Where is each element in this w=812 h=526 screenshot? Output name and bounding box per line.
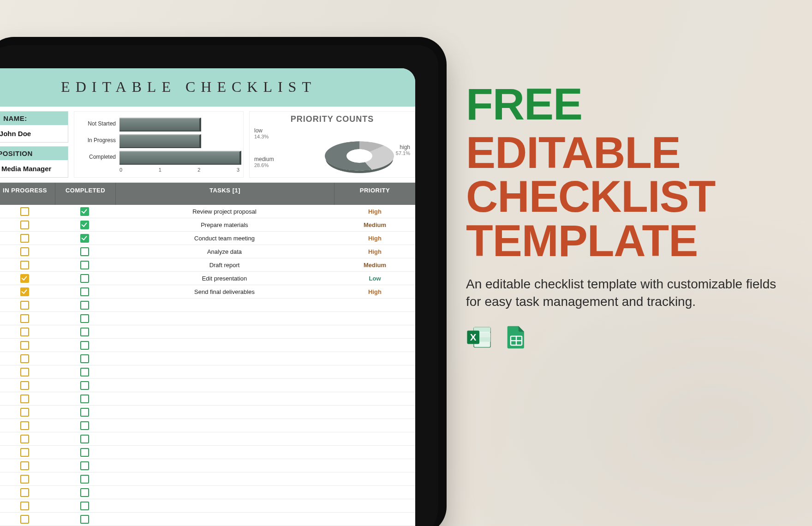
table-row bbox=[0, 432, 415, 446]
checkbox-green[interactable] bbox=[80, 408, 89, 417]
bar-row: In Progress bbox=[78, 132, 239, 149]
checkbox-green[interactable] bbox=[80, 207, 89, 216]
priority-cell: High bbox=[334, 208, 415, 215]
checkbox-amber[interactable] bbox=[20, 502, 29, 510]
checkbox-amber[interactable] bbox=[20, 261, 29, 269]
checkbox-green[interactable] bbox=[80, 341, 89, 350]
pie-donut bbox=[325, 141, 394, 171]
checkbox-green[interactable] bbox=[80, 328, 89, 336]
priority-cell: Medium bbox=[334, 262, 415, 269]
bar-row: Completed bbox=[78, 149, 239, 165]
name-card: NAME: John Doe bbox=[0, 111, 68, 143]
pie-label-high: high57.1% bbox=[396, 144, 410, 156]
checkbox-amber[interactable] bbox=[20, 287, 29, 296]
checkbox-green[interactable] bbox=[80, 221, 89, 229]
pie-chart-title: PRIORITY COUNTS bbox=[250, 114, 415, 124]
checkbox-amber[interactable] bbox=[20, 381, 29, 390]
table-row: Draft reportMedium bbox=[0, 258, 415, 272]
checkbox-amber[interactable] bbox=[20, 301, 29, 310]
checkbox-green[interactable] bbox=[80, 287, 89, 296]
checkbox-green[interactable] bbox=[80, 354, 89, 363]
checkbox-amber[interactable] bbox=[20, 448, 29, 457]
status-bar-chart: Not StartedIn ProgressCompleted0123 bbox=[74, 111, 244, 178]
table-row: Conduct team meetingHigh bbox=[0, 232, 415, 245]
checkbox-amber[interactable] bbox=[20, 408, 29, 417]
checkbox-amber[interactable] bbox=[20, 394, 29, 403]
axis-tick: 0 bbox=[119, 167, 122, 173]
checkbox-amber[interactable] bbox=[20, 314, 29, 323]
table-row bbox=[0, 299, 415, 312]
checkbox-green[interactable] bbox=[80, 435, 89, 443]
checkbox-green[interactable] bbox=[80, 515, 89, 524]
bar-label: Completed bbox=[78, 154, 116, 160]
table-row: Edit presentationLow bbox=[0, 272, 415, 285]
promo-panel: FREE EDITABLE CHECKLIST TEMPLATE An edit… bbox=[466, 83, 789, 351]
checkbox-green[interactable] bbox=[80, 247, 89, 256]
checkbox-green[interactable] bbox=[80, 274, 89, 283]
table-row bbox=[0, 419, 415, 432]
priority-cell: High bbox=[334, 248, 415, 255]
col-head-in-progress: IN PROGRESS bbox=[0, 183, 55, 205]
checkbox-amber[interactable] bbox=[20, 368, 29, 377]
priority-cell: Medium bbox=[334, 221, 415, 228]
bar-chart-axis: 0123 bbox=[119, 165, 239, 173]
table-row bbox=[0, 365, 415, 379]
checkbox-green[interactable] bbox=[80, 461, 89, 470]
svg-text:X: X bbox=[470, 332, 477, 343]
bar-fill bbox=[119, 151, 241, 165]
position-card: POSITION Social Media Manager bbox=[0, 146, 68, 178]
promo-line-editable: EDITABLE bbox=[466, 132, 789, 173]
checkbox-green[interactable] bbox=[80, 502, 89, 510]
checkbox-green[interactable] bbox=[80, 448, 89, 457]
table-row: Send final deliverablesHigh bbox=[0, 285, 415, 299]
checkbox-amber[interactable] bbox=[20, 435, 29, 443]
table-row bbox=[0, 312, 415, 325]
priority-pie-chart: PRIORITY COUNTS low14.3% medium28.6% hig… bbox=[249, 111, 415, 178]
table-body: Review project proposalHighPrepare mater… bbox=[0, 205, 415, 526]
checkbox-amber[interactable] bbox=[20, 221, 29, 229]
checkbox-amber[interactable] bbox=[20, 475, 29, 484]
checkbox-green[interactable] bbox=[80, 475, 89, 484]
checkbox-amber[interactable] bbox=[20, 341, 29, 350]
bar-label: Not Started bbox=[78, 120, 116, 127]
checkbox-green[interactable] bbox=[80, 394, 89, 403]
checkbox-amber[interactable] bbox=[20, 207, 29, 216]
table-row bbox=[0, 406, 415, 419]
checkbox-amber[interactable] bbox=[20, 461, 29, 470]
checkbox-green[interactable] bbox=[80, 234, 89, 243]
table-row bbox=[0, 513, 415, 526]
table-row: Analyze dataHigh bbox=[0, 245, 415, 258]
position-label: POSITION bbox=[0, 147, 68, 160]
col-head-completed: COMPLETED bbox=[55, 183, 116, 205]
checkbox-amber[interactable] bbox=[20, 354, 29, 363]
checkbox-green[interactable] bbox=[80, 261, 89, 269]
table-row bbox=[0, 499, 415, 513]
table-row bbox=[0, 339, 415, 352]
task-cell: Analyze data bbox=[114, 248, 334, 255]
table-row: Review project proposalHigh bbox=[0, 205, 415, 218]
checkbox-amber[interactable] bbox=[20, 488, 29, 497]
checkbox-amber[interactable] bbox=[20, 234, 29, 243]
checkbox-amber[interactable] bbox=[20, 328, 29, 336]
tablet-mockup: EDITABLE CHECKLIST NAME: John Doe POSITI… bbox=[0, 37, 447, 526]
task-cell: Edit presentation bbox=[114, 275, 334, 282]
checkbox-green[interactable] bbox=[80, 421, 89, 430]
checkbox-green[interactable] bbox=[80, 301, 89, 310]
checkbox-amber[interactable] bbox=[20, 515, 29, 524]
name-value: John Doe bbox=[0, 125, 68, 142]
checkbox-green[interactable] bbox=[80, 381, 89, 390]
task-cell: Review project proposal bbox=[114, 208, 334, 215]
col-head-tasks: TASKS [1] bbox=[116, 183, 334, 205]
checkbox-green[interactable] bbox=[80, 488, 89, 497]
excel-icon: X bbox=[466, 324, 493, 351]
checkbox-green[interactable] bbox=[80, 314, 89, 323]
table-row: Prepare materialsMedium bbox=[0, 218, 415, 232]
checkbox-amber[interactable] bbox=[20, 421, 29, 430]
checkbox-amber[interactable] bbox=[20, 247, 29, 256]
checkbox-amber[interactable] bbox=[20, 274, 29, 283]
axis-tick: 2 bbox=[197, 167, 200, 173]
checkbox-green[interactable] bbox=[80, 368, 89, 377]
promo-description: An editable checklist template with cust… bbox=[466, 275, 780, 311]
google-sheets-icon bbox=[503, 324, 530, 351]
bar-label: In Progress bbox=[78, 137, 116, 143]
